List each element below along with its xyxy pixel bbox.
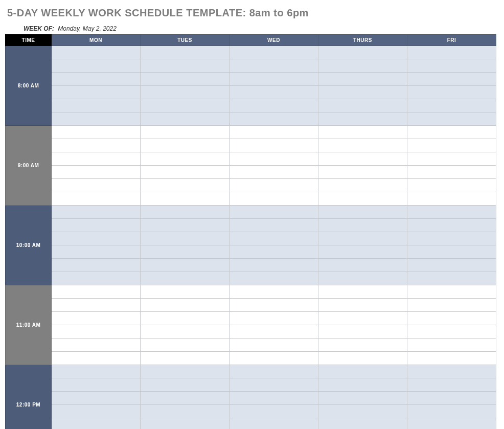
schedule-cell[interactable]: [141, 418, 230, 430]
schedule-cell[interactable]: [230, 325, 318, 338]
schedule-cell[interactable]: [230, 152, 318, 166]
schedule-cell[interactable]: [230, 299, 318, 312]
schedule-cell[interactable]: [230, 219, 318, 232]
schedule-cell[interactable]: [141, 59, 230, 73]
schedule-cell[interactable]: [318, 392, 407, 405]
schedule-cell[interactable]: [318, 325, 407, 338]
schedule-cell[interactable]: [230, 46, 318, 59]
schedule-cell[interactable]: [407, 245, 496, 259]
schedule-cell[interactable]: [407, 259, 496, 272]
schedule-cell[interactable]: [141, 259, 230, 272]
schedule-cell[interactable]: [230, 232, 318, 245]
schedule-cell[interactable]: [52, 192, 141, 206]
schedule-cell[interactable]: [52, 365, 141, 378]
schedule-cell[interactable]: [407, 338, 496, 352]
schedule-cell[interactable]: [230, 272, 318, 285]
schedule-cell[interactable]: [318, 139, 407, 152]
schedule-cell[interactable]: [141, 312, 230, 325]
schedule-cell[interactable]: [318, 126, 407, 139]
schedule-cell[interactable]: [230, 312, 318, 325]
schedule-cell[interactable]: [141, 219, 230, 232]
schedule-cell[interactable]: [52, 232, 141, 245]
schedule-cell[interactable]: [52, 285, 141, 299]
schedule-cell[interactable]: [52, 86, 141, 99]
schedule-cell[interactable]: [407, 166, 496, 179]
schedule-cell[interactable]: [141, 99, 230, 112]
schedule-cell[interactable]: [141, 285, 230, 299]
schedule-cell[interactable]: [318, 179, 407, 192]
schedule-cell[interactable]: [52, 405, 141, 418]
schedule-cell[interactable]: [230, 338, 318, 352]
schedule-cell[interactable]: [318, 365, 407, 378]
schedule-cell[interactable]: [407, 86, 496, 99]
schedule-cell[interactable]: [52, 338, 141, 352]
schedule-cell[interactable]: [141, 392, 230, 405]
schedule-cell[interactable]: [52, 259, 141, 272]
schedule-cell[interactable]: [230, 405, 318, 418]
schedule-cell[interactable]: [318, 46, 407, 59]
schedule-cell[interactable]: [141, 338, 230, 352]
schedule-cell[interactable]: [230, 59, 318, 73]
schedule-cell[interactable]: [230, 352, 318, 365]
schedule-cell[interactable]: [141, 166, 230, 179]
schedule-cell[interactable]: [52, 325, 141, 338]
schedule-cell[interactable]: [52, 73, 141, 86]
schedule-cell[interactable]: [318, 272, 407, 285]
schedule-cell[interactable]: [52, 378, 141, 392]
schedule-cell[interactable]: [230, 285, 318, 299]
schedule-cell[interactable]: [407, 99, 496, 112]
schedule-cell[interactable]: [407, 232, 496, 245]
schedule-cell[interactable]: [52, 299, 141, 312]
schedule-cell[interactable]: [141, 245, 230, 259]
schedule-cell[interactable]: [318, 219, 407, 232]
schedule-cell[interactable]: [141, 126, 230, 139]
schedule-cell[interactable]: [141, 192, 230, 206]
schedule-cell[interactable]: [230, 418, 318, 430]
schedule-cell[interactable]: [52, 219, 141, 232]
schedule-cell[interactable]: [407, 206, 496, 219]
schedule-cell[interactable]: [52, 152, 141, 166]
schedule-cell[interactable]: [318, 299, 407, 312]
schedule-cell[interactable]: [318, 192, 407, 206]
schedule-cell[interactable]: [141, 272, 230, 285]
schedule-cell[interactable]: [407, 365, 496, 378]
schedule-cell[interactable]: [141, 152, 230, 166]
schedule-cell[interactable]: [52, 126, 141, 139]
schedule-cell[interactable]: [318, 112, 407, 126]
schedule-cell[interactable]: [52, 392, 141, 405]
schedule-cell[interactable]: [52, 418, 141, 430]
schedule-cell[interactable]: [407, 325, 496, 338]
schedule-cell[interactable]: [407, 46, 496, 59]
schedule-cell[interactable]: [230, 126, 318, 139]
schedule-cell[interactable]: [52, 245, 141, 259]
schedule-cell[interactable]: [407, 405, 496, 418]
schedule-cell[interactable]: [141, 405, 230, 418]
schedule-cell[interactable]: [52, 46, 141, 59]
schedule-cell[interactable]: [141, 139, 230, 152]
schedule-cell[interactable]: [141, 179, 230, 192]
schedule-cell[interactable]: [230, 99, 318, 112]
schedule-cell[interactable]: [318, 73, 407, 86]
schedule-cell[interactable]: [141, 378, 230, 392]
schedule-cell[interactable]: [318, 338, 407, 352]
schedule-cell[interactable]: [141, 299, 230, 312]
schedule-cell[interactable]: [141, 206, 230, 219]
schedule-cell[interactable]: [230, 192, 318, 206]
schedule-cell[interactable]: [407, 139, 496, 152]
schedule-cell[interactable]: [318, 418, 407, 430]
schedule-cell[interactable]: [407, 179, 496, 192]
schedule-cell[interactable]: [318, 352, 407, 365]
schedule-cell[interactable]: [52, 59, 141, 73]
schedule-cell[interactable]: [318, 86, 407, 99]
schedule-cell[interactable]: [230, 139, 318, 152]
schedule-cell[interactable]: [407, 192, 496, 206]
schedule-cell[interactable]: [407, 378, 496, 392]
schedule-cell[interactable]: [318, 166, 407, 179]
schedule-cell[interactable]: [230, 259, 318, 272]
schedule-cell[interactable]: [407, 219, 496, 232]
schedule-cell[interactable]: [52, 99, 141, 112]
schedule-cell[interactable]: [407, 418, 496, 430]
schedule-cell[interactable]: [318, 378, 407, 392]
schedule-cell[interactable]: [407, 392, 496, 405]
schedule-cell[interactable]: [52, 312, 141, 325]
